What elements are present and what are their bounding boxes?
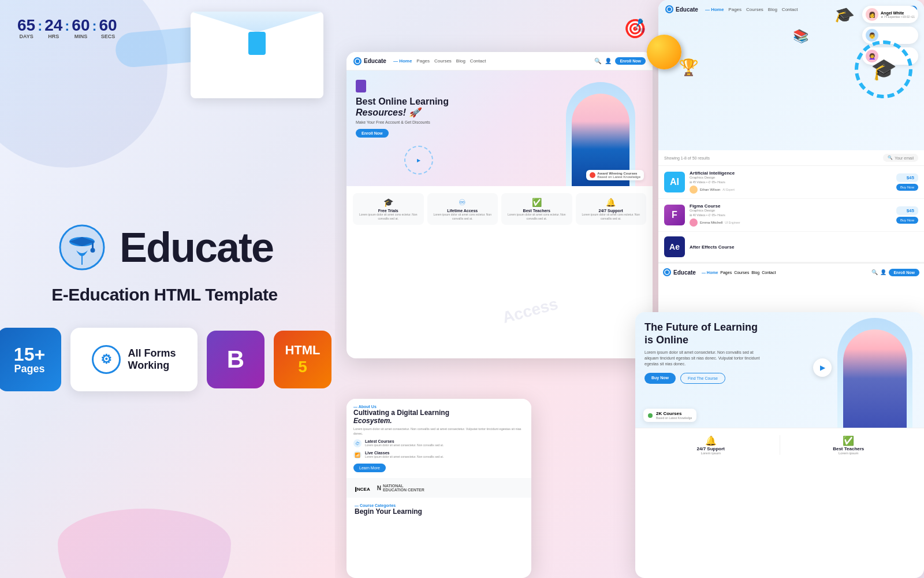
sc-teachers-title: Best Teachers — [504, 209, 570, 213]
sc-main-hero: Best Online Learning Resources! 🚀 Make Y… — [346, 71, 653, 186]
sc-nav-contact[interactable]: Contact — [470, 58, 486, 64]
sc-support-icon: 🔔 — [578, 198, 644, 207]
sc-bl-list-item2-text: Live Classes Lorem ipsum dolor sit amet … — [365, 451, 444, 458]
badge-html-version: 5 — [298, 358, 307, 376]
sc-brand-ncea: ‖NCEA — [355, 483, 370, 493]
sc-diploma-ring: 🎓 — [855, 40, 912, 98]
sc-right-bottom-logo-icon — [663, 268, 671, 276]
sc-right-logo-text: Educate — [676, 6, 698, 13]
sc-right-bottom-nav-pages[interactable]: Pages — [720, 271, 732, 275]
sc-ai-buy-btn[interactable]: Buy Now — [896, 184, 918, 191]
sc-ai-category: Graphics Design — [690, 176, 892, 179]
sc-brand-nec-text: NATIONALEDUCATION CENTER — [383, 484, 424, 492]
sc-hero-cta-button[interactable]: Enroll Now — [356, 129, 389, 138]
sc-br-play-btn[interactable]: ▶ — [813, 358, 832, 377]
sc-right-nav-pages[interactable]: Pages — [728, 7, 742, 12]
sc-brand-ncea-text: ‖NCEA — [355, 487, 370, 492]
badge-forms: ⚙ All Forms Working — [70, 328, 198, 391]
sc-courses-desc: Lorem ipsum dolor sit amet consectetur. … — [365, 443, 444, 447]
right-panel: Educate — Home Pages Courses Blog Contac… — [335, 0, 924, 578]
sc-ae-info: After Effects Course — [690, 244, 918, 250]
sc-figma-category: Graphics Design — [690, 209, 892, 212]
sc-cat-tag: — Course Categories — [355, 503, 523, 507]
sc-video-intro[interactable]: ▶ — [404, 146, 433, 175]
sc-right-nav-blog[interactable]: Blog — [768, 7, 777, 12]
badge-bootstrap: B — [207, 331, 264, 388]
sc-figma-info: Figma Course Graphics Design ⊞ 40 Videos… — [690, 203, 892, 227]
sc-br-stat-text: 2K Courses Based on Latest Knowledge — [656, 411, 692, 420]
badge-html: HTML 5 — [274, 331, 331, 388]
sc-figma-stats: ⊞ 40 Videos • ⏱ 05+ Hours — [690, 213, 892, 217]
sc-bl-section-title: Cultivating a Digital Learning — [353, 409, 524, 417]
sc-teachers-icon: ✅ — [504, 198, 570, 207]
sc-bl-about-desc: Lorem ipsum dolor sit amet consectetur. … — [353, 427, 524, 436]
sc-bl-learn-btn[interactable]: Learn More — [353, 464, 386, 472]
sc-ai-info: Artificial Intelligence Graphics Design … — [690, 171, 892, 194]
svg-point-6 — [355, 59, 360, 64]
sc-br-buy-btn[interactable]: Buy Now — [644, 373, 676, 384]
sc-figma-instructor-avatar — [690, 218, 698, 227]
sc-teachers-desc: Lorem ipsum dolor sit amet cons ectetur.… — [504, 213, 570, 220]
sc-right-bottom-nav-home[interactable]: — Home — [702, 271, 718, 275]
sc-ai-thumb: AI — [664, 172, 685, 192]
sc-search-icon[interactable]: 🔍 — [594, 58, 601, 64]
sc-ai-instructor-name: Ethan Wilson — [700, 188, 720, 191]
sc-right-nav-home[interactable]: — Home — [705, 7, 724, 12]
sc-trials-icon: 🎓 — [355, 198, 422, 207]
sc-bl-list-item2: 📶 Live Classes Lorem ipsum dolor sit ame… — [353, 451, 524, 459]
sc-decor-book: 📚 — [793, 29, 808, 44]
sc-nav-courses[interactable]: Courses — [434, 58, 452, 64]
sc-right-nav-contact[interactable]: Contact — [782, 7, 798, 12]
countdown-sep3: : — [92, 18, 96, 34]
sc-right-nav-courses[interactable]: Courses — [746, 7, 763, 12]
sc-right-bottom-nav: Educate — Home Pages Courses Blog Contac… — [658, 262, 924, 281]
sc-brand-nec: N NATIONALEDUCATION CENTER — [377, 484, 424, 492]
sc-avatar-info-angel: Angel White ★ 74 Expertise • 03:02 •11 — [881, 11, 915, 18]
sc-brands-section: ‖NCEA N NATIONALEDUCATION CENTER — [346, 478, 531, 498]
sc-showing-text: Showing 1-8 of 50 results — [664, 156, 710, 160]
sc-right-bottom-nav-courses[interactable]: Courses — [734, 271, 749, 275]
sc-figma-buy-btn[interactable]: Buy Now — [896, 217, 918, 224]
sc-feature-teachers: ✅ Best Teachers Lorem ipsum dolor sit am… — [501, 193, 572, 225]
svg-rect-4 — [92, 241, 94, 249]
sc-br-student — [837, 318, 912, 428]
sc-bl-section-title2: Ecosystem. — [353, 417, 524, 425]
sc-course-ai: AI Artificial Intelligence Graphics Desi… — [658, 166, 924, 199]
sc-br-find-btn[interactable]: Find The Course — [680, 373, 725, 384]
sc-br-hero: The Future of Learning is Online Lorem i… — [635, 312, 924, 428]
sc-cat-title: Begin Your Learning — [355, 507, 523, 516]
sc-bl-list-item1: ⏱ Latest Courses Lorem ipsum dolor sit a… — [353, 439, 524, 447]
sc-feature-access: ♾ Lifetime Access Lorem ipsum dolor sit … — [427, 193, 498, 225]
badge-pages-label: Pages — [14, 364, 44, 374]
brand-logo-icon — [56, 221, 108, 273]
sc-main-navbar: Educate — Home Pages Courses Blog Contac… — [346, 52, 653, 71]
sc-main-nav: — Home Pages Courses Blog Contact — [393, 58, 486, 64]
forms-line2: Working — [128, 360, 176, 372]
sc-user-icon[interactable]: 👤 — [605, 58, 612, 64]
sc-right-bottom-enroll[interactable]: Enroll Now — [889, 269, 919, 276]
sc-email-input[interactable]: 🔍 Your email — [883, 154, 918, 162]
sc-figma-name: Figma Course — [690, 203, 892, 209]
sc-avatar-img-angel: 👩 — [866, 8, 878, 21]
sc-right-bottom-search-icon[interactable]: 🔍 — [871, 269, 878, 275]
sc-decor-rocket: 🎯 — [620, 13, 651, 44]
countdown-sep1: : — [38, 18, 42, 34]
badge-bootstrap-letter: B — [227, 346, 244, 373]
sc-figma-instructor: Emma Mitchell UI Engineer — [690, 218, 892, 227]
sc-right-bottom-nav-contact[interactable]: Contact — [762, 271, 776, 275]
sc-br-stats-badge: 2K Courses Based on Latest Knowledge — [643, 409, 696, 422]
sc-right-bottom-user-icon[interactable]: 👤 — [880, 269, 886, 275]
sc-ai-instructor-role: AI Expert — [722, 188, 735, 191]
sc-right-bottom-nav-blog[interactable]: Blog — [751, 271, 759, 275]
brand-name: Educate — [120, 224, 273, 271]
sc-right-logo: Educate — [665, 5, 698, 13]
countdown-mins: 60 Mins — [72, 17, 90, 39]
sc-nav-blog[interactable]: Blog — [456, 58, 465, 64]
sc-enroll-button[interactable]: Enroll Now — [615, 57, 646, 65]
screenshot-bottom-right: The Future of Learning is Online Lorem i… — [635, 312, 924, 578]
sc-live-title: Live Classes — [365, 451, 444, 455]
sc-nav-pages[interactable]: Pages — [416, 58, 430, 64]
sc-trials-desc: Lorem ipsum dolor sit amet cons ectetur.… — [355, 213, 422, 220]
sc-live-list-icon: 📶 — [353, 451, 362, 459]
sc-nav-home[interactable]: — Home — [393, 58, 412, 64]
